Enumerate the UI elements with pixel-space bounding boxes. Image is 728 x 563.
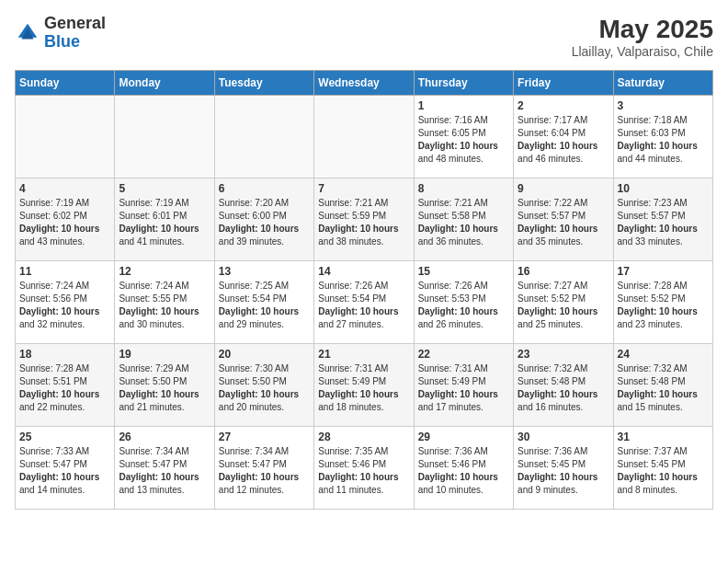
calendar-cell: 21Sunrise: 7:31 AMSunset: 5:49 PMDayligh…: [314, 344, 414, 427]
day-info: Sunrise: 7:25 AMSunset: 5:54 PMDaylight:…: [219, 280, 310, 331]
day-info: Sunrise: 7:27 AMSunset: 5:52 PMDaylight:…: [518, 280, 609, 331]
day-number: 27: [219, 431, 310, 443]
day-info: Sunrise: 7:34 AMSunset: 5:47 PMDaylight:…: [119, 445, 210, 497]
calendar-cell: 22Sunrise: 7:31 AMSunset: 5:49 PMDayligh…: [414, 344, 513, 427]
calendar-cell: 17Sunrise: 7:28 AMSunset: 5:52 PMDayligh…: [613, 261, 712, 344]
day-number: 20: [219, 348, 310, 361]
weekday-row: SundayMondayTuesdayWednesdayThursdayFrid…: [16, 71, 713, 96]
calendar-cell: 13Sunrise: 7:25 AMSunset: 5:54 PMDayligh…: [214, 261, 313, 344]
calendar-body: 1Sunrise: 7:16 AMSunset: 6:05 PMDaylight…: [16, 96, 713, 510]
weekday-header-thursday: Thursday: [414, 71, 513, 96]
day-info: Sunrise: 7:16 AMSunset: 6:05 PMDaylight:…: [418, 114, 509, 166]
day-info: Sunrise: 7:31 AMSunset: 5:49 PMDaylight:…: [418, 362, 509, 414]
day-number: 29: [418, 431, 509, 443]
day-number: 13: [219, 265, 310, 278]
calendar-cell: [314, 96, 414, 178]
day-number: 8: [418, 182, 509, 195]
calendar-table: SundayMondayTuesdayWednesdayThursdayFrid…: [15, 70, 713, 510]
weekday-header-saturday: Saturday: [613, 71, 712, 96]
day-number: 3: [618, 99, 709, 112]
week-row-3: 11Sunrise: 7:24 AMSunset: 5:56 PMDayligh…: [16, 261, 713, 344]
calendar-cell: 30Sunrise: 7:36 AMSunset: 5:45 PMDayligh…: [514, 427, 613, 510]
calendar-cell: 7Sunrise: 7:21 AMSunset: 5:59 PMDaylight…: [314, 178, 414, 261]
day-number: 30: [518, 431, 609, 443]
day-info: Sunrise: 7:23 AMSunset: 5:57 PMDaylight:…: [618, 197, 709, 248]
day-info: Sunrise: 7:35 AMSunset: 5:46 PMDaylight:…: [318, 445, 409, 497]
logo-blue-text: Blue: [44, 32, 80, 51]
calendar-cell: 20Sunrise: 7:30 AMSunset: 5:50 PMDayligh…: [214, 344, 313, 427]
day-info: Sunrise: 7:21 AMSunset: 5:59 PMDaylight:…: [318, 197, 409, 248]
day-info: Sunrise: 7:34 AMSunset: 5:47 PMDaylight:…: [219, 445, 310, 497]
day-number: 9: [518, 182, 609, 195]
day-info: Sunrise: 7:28 AMSunset: 5:51 PMDaylight:…: [19, 362, 110, 414]
day-number: 4: [19, 182, 110, 195]
day-number: 16: [518, 265, 609, 278]
day-info: Sunrise: 7:19 AMSunset: 6:02 PMDaylight:…: [19, 197, 110, 248]
day-info: Sunrise: 7:30 AMSunset: 5:50 PMDaylight:…: [219, 362, 310, 414]
logo-text: General Blue: [44, 15, 106, 52]
week-row-1: 1Sunrise: 7:16 AMSunset: 6:05 PMDaylight…: [16, 96, 713, 178]
day-info: Sunrise: 7:21 AMSunset: 5:58 PMDaylight:…: [418, 197, 509, 248]
calendar-cell: 10Sunrise: 7:23 AMSunset: 5:57 PMDayligh…: [613, 178, 712, 261]
week-row-4: 18Sunrise: 7:28 AMSunset: 5:51 PMDayligh…: [16, 344, 713, 427]
day-number: 28: [318, 431, 409, 443]
day-info: Sunrise: 7:37 AMSunset: 5:45 PMDaylight:…: [618, 445, 709, 497]
day-number: 11: [19, 265, 110, 278]
day-info: Sunrise: 7:17 AMSunset: 6:04 PMDaylight:…: [518, 114, 609, 166]
day-number: 23: [518, 348, 609, 361]
calendar-cell: 9Sunrise: 7:22 AMSunset: 5:57 PMDaylight…: [514, 178, 613, 261]
day-number: 25: [19, 431, 110, 443]
day-number: 1: [418, 99, 509, 112]
calendar-cell: 29Sunrise: 7:36 AMSunset: 5:46 PMDayligh…: [414, 427, 513, 510]
day-number: 24: [618, 348, 709, 361]
day-number: 19: [119, 348, 210, 361]
day-number: 12: [119, 265, 210, 278]
day-number: 5: [119, 182, 210, 195]
day-number: 17: [618, 265, 709, 278]
calendar-cell: 28Sunrise: 7:35 AMSunset: 5:46 PMDayligh…: [314, 427, 414, 510]
day-info: Sunrise: 7:32 AMSunset: 5:48 PMDaylight:…: [618, 362, 709, 414]
day-info: Sunrise: 7:26 AMSunset: 5:53 PMDaylight:…: [418, 280, 509, 331]
day-number: 2: [518, 99, 609, 112]
day-number: 7: [318, 182, 409, 195]
weekday-header-friday: Friday: [514, 71, 613, 96]
day-number: 26: [119, 431, 210, 443]
logo: General Blue: [15, 15, 106, 52]
calendar-cell: [115, 96, 214, 178]
calendar-title: May 2025: [572, 15, 713, 44]
day-number: 14: [318, 265, 409, 278]
calendar-cell: 24Sunrise: 7:32 AMSunset: 5:48 PMDayligh…: [613, 344, 712, 427]
calendar-cell: 27Sunrise: 7:34 AMSunset: 5:47 PMDayligh…: [214, 427, 313, 510]
weekday-header-tuesday: Tuesday: [214, 71, 313, 96]
calendar-cell: [16, 96, 115, 178]
day-info: Sunrise: 7:20 AMSunset: 6:00 PMDaylight:…: [219, 197, 310, 248]
day-info: Sunrise: 7:28 AMSunset: 5:52 PMDaylight:…: [618, 280, 709, 331]
title-block: May 2025 Llaillay, Valparaiso, Chile: [572, 15, 713, 59]
weekday-header-wednesday: Wednesday: [314, 71, 414, 96]
weekday-header-sunday: Sunday: [16, 71, 115, 96]
logo-icon: [15, 20, 40, 46]
day-number: 18: [19, 348, 110, 361]
day-number: 15: [418, 265, 509, 278]
calendar-header: SundayMondayTuesdayWednesdayThursdayFrid…: [16, 71, 713, 96]
calendar-cell: 26Sunrise: 7:34 AMSunset: 5:47 PMDayligh…: [115, 427, 214, 510]
page-header: General Blue May 2025 Llaillay, Valparai…: [15, 15, 713, 59]
calendar-cell: 1Sunrise: 7:16 AMSunset: 6:05 PMDaylight…: [414, 96, 513, 178]
day-number: 10: [618, 182, 709, 195]
day-number: 22: [418, 348, 509, 361]
day-info: Sunrise: 7:19 AMSunset: 6:01 PMDaylight:…: [119, 197, 210, 248]
calendar-cell: 3Sunrise: 7:18 AMSunset: 6:03 PMDaylight…: [613, 96, 712, 178]
day-info: Sunrise: 7:29 AMSunset: 5:50 PMDaylight:…: [119, 362, 210, 414]
day-info: Sunrise: 7:22 AMSunset: 5:57 PMDaylight:…: [518, 197, 609, 248]
day-info: Sunrise: 7:32 AMSunset: 5:48 PMDaylight:…: [518, 362, 609, 414]
calendar-subtitle: Llaillay, Valparaiso, Chile: [572, 44, 713, 59]
day-info: Sunrise: 7:36 AMSunset: 5:46 PMDaylight:…: [418, 445, 509, 497]
calendar-cell: 31Sunrise: 7:37 AMSunset: 5:45 PMDayligh…: [613, 427, 712, 510]
day-info: Sunrise: 7:36 AMSunset: 5:45 PMDaylight:…: [518, 445, 609, 497]
day-info: Sunrise: 7:24 AMSunset: 5:56 PMDaylight:…: [19, 280, 110, 331]
calendar-cell: 5Sunrise: 7:19 AMSunset: 6:01 PMDaylight…: [115, 178, 214, 261]
calendar-cell: 8Sunrise: 7:21 AMSunset: 5:58 PMDaylight…: [414, 178, 513, 261]
calendar-cell: 18Sunrise: 7:28 AMSunset: 5:51 PMDayligh…: [16, 344, 115, 427]
day-info: Sunrise: 7:24 AMSunset: 5:55 PMDaylight:…: [119, 280, 210, 331]
week-row-2: 4Sunrise: 7:19 AMSunset: 6:02 PMDaylight…: [16, 178, 713, 261]
